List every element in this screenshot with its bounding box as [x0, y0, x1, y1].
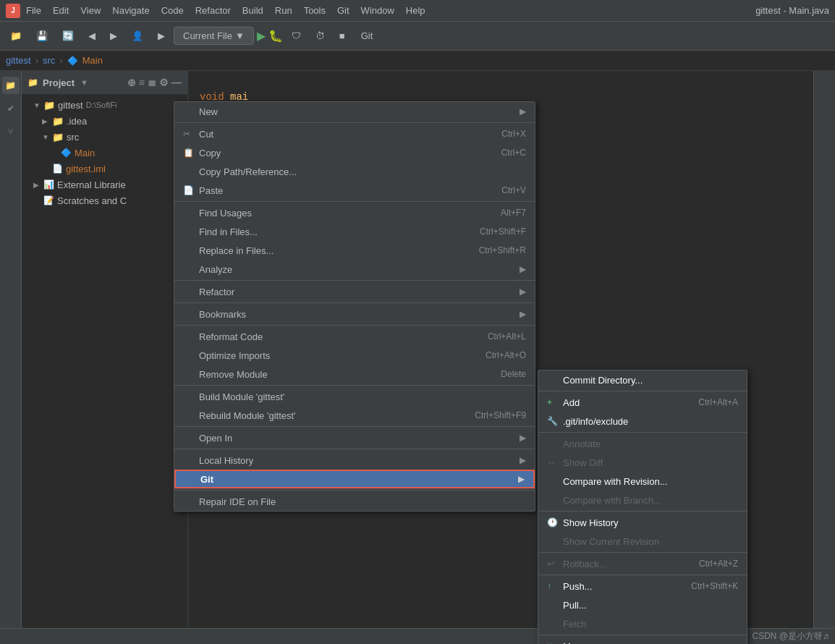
tree-item-src[interactable]: ▼ 📁 src [22, 129, 187, 145]
new-project-icon[interactable]: 📁 [4, 27, 27, 44]
settings-icon[interactable]: ⚙ [159, 77, 169, 88]
menu-item-copy-path[interactable]: Copy Path/Reference... [174, 162, 535, 181]
save-icon[interactable]: 💾 [30, 27, 54, 44]
git-sidebar-icon[interactable]: ⑂ [2, 123, 20, 140]
forward-icon[interactable]: ▶ [104, 27, 123, 44]
breadcrumb-main[interactable]: Main [82, 55, 103, 66]
tree-item-iml[interactable]: ▶ 📄 gittest.iml [22, 161, 187, 177]
java-file-icon: 🔷 [61, 148, 72, 158]
menu-window[interactable]: Window [361, 5, 394, 16]
menu-item-copy[interactable]: 📋 Copy Ctrl+C [174, 143, 535, 162]
profile-icon[interactable]: ⏱ [310, 27, 331, 44]
tree-item-main[interactable]: ▶ 🔷 Main [22, 145, 187, 161]
project-header-icons: ⊕ ≡ ≣ ⚙ — [127, 77, 182, 88]
collapse-all-icon[interactable]: ≡ [139, 77, 145, 88]
project-dropdown-icon[interactable]: ▼ [80, 78, 88, 87]
menu-file[interactable]: File [26, 5, 41, 16]
menu-item-rebuild-module[interactable]: Rebuild Module 'gittest' Ctrl+Shift+F9 [174, 406, 535, 425]
git-add[interactable]: + Add Ctrl+Alt+A [538, 393, 747, 412]
git-compare-revision[interactable]: Compare with Revision... [538, 472, 747, 491]
git-sep5 [538, 575, 747, 575]
tree-item-idea[interactable]: ▶ 📁 .idea [22, 113, 187, 129]
back-icon[interactable]: ◀ [82, 27, 101, 44]
coverage-icon[interactable]: 🛡 [286, 27, 307, 44]
sep9 [174, 490, 535, 491]
minimize-icon[interactable]: — [171, 77, 182, 88]
menu-item-git[interactable]: Git ▶ Commit Directory... + Add Ctrl+Alt… [174, 470, 535, 488]
reformat-shortcut: Ctrl+Alt+L [488, 331, 526, 342]
menu-run[interactable]: Run [275, 5, 292, 16]
current-file-button[interactable]: Current File ▼ [174, 27, 254, 45]
status-right: CSDN @是小方呀♬ [752, 630, 829, 643]
menu-tools[interactable]: Tools [304, 5, 326, 16]
menu-item-new[interactable]: New ▶ [174, 102, 535, 121]
menu-item-repair-ide[interactable]: Repair IDE on File [174, 492, 535, 511]
refresh-icon[interactable]: 🔄 [56, 27, 80, 44]
cut-label: Cut [199, 129, 501, 140]
project-sidebar-icon[interactable]: 📁 [2, 77, 20, 94]
menu-edit[interactable]: Edit [53, 5, 69, 16]
title-menu[interactable]: File Edit View Navigate Code Refactor Bu… [26, 5, 425, 16]
sep5 [174, 325, 535, 326]
menu-build[interactable]: Build [242, 5, 263, 16]
sep7 [174, 426, 535, 427]
new-label: New [199, 106, 514, 117]
tree-item-extlibs[interactable]: ▶ 📊 External Librarie [22, 177, 187, 192]
stop-icon[interactable]: ■ [334, 27, 351, 44]
commit-sidebar-icon[interactable]: ✔ [2, 100, 20, 117]
git-compare-branch: Compare with Branch... [538, 491, 747, 509]
menu-help[interactable]: Help [406, 5, 425, 16]
menu-item-reformat[interactable]: Reformat Code Ctrl+Alt+L [174, 327, 535, 346]
menu-item-find-usages[interactable]: Find Usages Alt+F7 [174, 203, 535, 222]
menu-navigate[interactable]: Navigate [112, 5, 149, 16]
replace-in-files-shortcut: Ctrl+Shift+R [479, 245, 526, 255]
menu-item-remove-module[interactable]: Remove Module Delete [174, 365, 535, 384]
tree-item-gittest[interactable]: ▼ 📁 gittest D:\SoftFi [22, 97, 187, 113]
menu-refactor[interactable]: Refactor [195, 5, 231, 16]
menu-item-open-in[interactable]: Open In ▶ [174, 428, 535, 447]
compare-revision-label: Compare with Revision... [563, 476, 738, 487]
menu-item-build-module[interactable]: Build Module 'gittest' [174, 387, 535, 406]
git-label: Git [200, 474, 512, 485]
git-commit-dir[interactable]: Commit Directory... [538, 370, 747, 389]
git-button[interactable]: Git [354, 27, 381, 44]
menu-item-analyze[interactable]: Analyze ▶ [174, 260, 535, 279]
menu-item-optimize[interactable]: Optimize Imports Ctrl+Alt+O [174, 346, 535, 365]
menu-git[interactable]: Git [337, 5, 349, 16]
local-history-arrow-icon: ▶ [520, 455, 526, 465]
git-pull[interactable]: Pull... [538, 596, 747, 614]
scratches-label: Scratches and C [57, 195, 127, 206]
menu-item-refactor[interactable]: Refactor ▶ [174, 282, 535, 301]
paste-icon: 📄 [183, 185, 196, 195]
menu-item-local-history[interactable]: Local History ▶ [174, 451, 535, 470]
git-show-history[interactable]: 🕐 Show History [538, 513, 747, 532]
primary-context-menu: New ▶ ✂ Cut Ctrl+X 📋 Copy Ctrl+C Copy Pa… [174, 101, 535, 512]
menu-item-cut[interactable]: ✂ Cut Ctrl+X [174, 124, 535, 143]
menu-item-replace-in-files[interactable]: Replace in Files... Ctrl+Shift+R [174, 241, 535, 260]
git-merge[interactable]: ⑂ Merge... [538, 637, 747, 644]
vcs-icon[interactable]: 👤 [126, 27, 149, 44]
expand-all-icon[interactable]: ≣ [148, 77, 156, 88]
run-config-icon[interactable]: ▶ [152, 27, 171, 44]
push-icon: ↑ [547, 581, 560, 591]
remove-module-label: Remove Module [199, 369, 501, 380]
git-exclude[interactable]: 🔧 .git/info/exclude [538, 412, 747, 431]
menu-item-paste[interactable]: 📄 Paste Ctrl+V [174, 181, 535, 200]
git-push[interactable]: ↑ Push... Ctrl+Shift+K [538, 577, 747, 596]
add-label: Add [563, 397, 698, 408]
breadcrumb-project[interactable]: gittest [6, 55, 31, 66]
main-label: Main [75, 148, 95, 158]
run-icon[interactable]: ▶ [257, 29, 266, 43]
menu-view[interactable]: View [80, 5, 101, 16]
menu-code[interactable]: Code [161, 5, 184, 16]
locate-icon[interactable]: ⊕ [127, 77, 136, 88]
open-in-arrow-icon: ▶ [520, 433, 526, 443]
new-arrow-icon: ▶ [520, 106, 526, 116]
git-submenu: Commit Directory... + Add Ctrl+Alt+A 🔧 .… [538, 370, 747, 644]
copy-path-label: Copy Path/Reference... [199, 166, 526, 177]
tree-item-scratches[interactable]: ▶ 📝 Scratches and C [22, 192, 187, 208]
breadcrumb-src[interactable]: src [43, 55, 55, 66]
menu-item-bookmarks[interactable]: Bookmarks ▶ [174, 305, 535, 323]
debug-icon[interactable]: 🐛 [268, 29, 283, 43]
menu-item-find-in-files[interactable]: Find in Files... Ctrl+Shift+F [174, 222, 535, 241]
